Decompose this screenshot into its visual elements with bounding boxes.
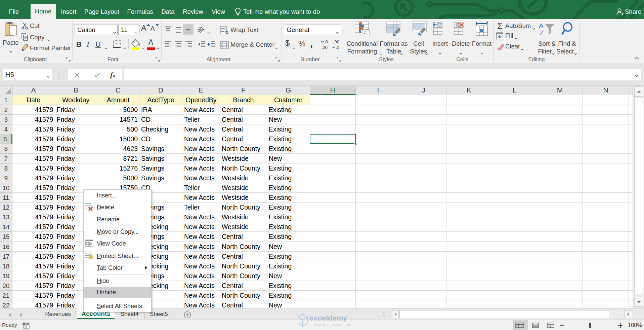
svg-text:Z: Z [540,29,544,36]
svg-text:A: A [539,22,544,30]
svg-text:.0: .0 [336,45,339,50]
svg-text:.00: .00 [333,39,339,44]
svg-text:.00: .00 [321,45,328,50]
svg-text:≠: ≠ [363,30,366,35]
svg-text:.0: .0 [324,39,328,44]
